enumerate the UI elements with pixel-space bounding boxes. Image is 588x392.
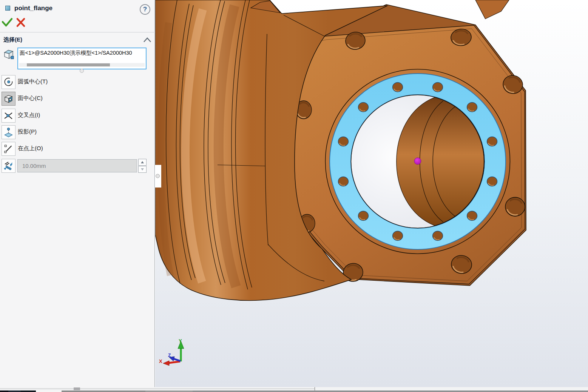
taskbar-segment (21, 390, 36, 392)
ok-checkmark-icon (3, 19, 12, 26)
option-intersection: 交叉点(I) (0, 109, 155, 124)
feature-icon (5, 6, 10, 11)
selection-group-header[interactable]: 选择(E) (0, 35, 155, 45)
option-label: 投影(P) (18, 128, 37, 135)
taskbar-segment (0, 390, 8, 392)
option-on-point: 在点上(O) (0, 142, 155, 157)
flange-plate[interactable] (289, 5, 526, 286)
projection-button[interactable] (2, 125, 15, 139)
pm-action-buttons (0, 16, 30, 29)
taskbar-segment (193, 390, 588, 392)
face-selection-cube-icon (3, 48, 15, 60)
panel-splitter-grip[interactable] (156, 174, 160, 178)
property-manager-header: point_flange ? (0, 2, 154, 14)
option-label: 面中心(C) (18, 95, 43, 102)
spinner-down-button[interactable] (138, 166, 147, 173)
distance-spinner (138, 159, 147, 173)
option-arc-center: 圆弧中心(T) (0, 75, 155, 90)
x-axis-label: X (159, 358, 162, 364)
intersection-icon (3, 111, 14, 121)
distance-row (0, 158, 155, 174)
cancel-x-icon (17, 19, 24, 26)
option-face-center: 面中心(C) (0, 92, 155, 107)
taskbar-segment (62, 390, 145, 392)
arrow-up-icon (141, 161, 144, 163)
scrollbar-thumb[interactable] (27, 63, 110, 66)
ok-button[interactable] (3, 19, 12, 26)
spinner-up-button[interactable] (138, 159, 147, 166)
help-button[interactable]: ? (140, 4, 150, 15)
on-point-button[interactable] (2, 142, 15, 156)
selection-listbox-hscrollbar[interactable] (19, 63, 145, 67)
cancel-button[interactable] (17, 19, 24, 26)
strip-divider (315, 387, 315, 390)
listbox-resize-handle[interactable] (80, 69, 84, 73)
face-center-icon (3, 94, 14, 104)
selected-entity-text: 面<1>@SA2000H30演示模型<1>/SA2000H30 (20, 49, 147, 57)
projection-icon (3, 127, 14, 137)
option-label: 交叉点(I) (18, 112, 40, 119)
solidworks-window: point_flange ? 选择(E) (0, 0, 588, 392)
page-title: point_flange (14, 5, 52, 12)
distance-icon (3, 161, 14, 171)
taskbar-segment (8, 390, 21, 392)
center-point[interactable] (414, 158, 421, 164)
section-label: 选择(E) (3, 36, 22, 43)
taskbar-segment (145, 390, 193, 392)
z-axis-label: Z (168, 353, 171, 358)
divider (0, 32, 155, 32)
scrollbar-track-line (0, 389, 315, 389)
help-icon: ? (143, 6, 147, 13)
property-manager-panel: point_flange ? 选择(E) (0, 0, 155, 387)
face-center-button[interactable] (2, 92, 15, 106)
model-viewport[interactable]: Y X Z (155, 0, 588, 387)
status-strip (0, 387, 588, 390)
distance-input[interactable] (17, 159, 137, 172)
option-projection: 投影(P) (0, 125, 155, 140)
selection-listbox[interactable]: 面<1>@SA2000H30演示模型<1>/SA2000H30 (17, 48, 147, 69)
taskbar-segment (36, 390, 62, 392)
arrow-down-icon (141, 168, 144, 171)
chevron-up-icon[interactable] (143, 37, 152, 43)
arc-center-button[interactable] (2, 75, 15, 89)
distance-icon-button (2, 159, 15, 173)
option-label: 在点上(O) (18, 145, 43, 152)
panel-hscrollbar-thumb[interactable] (74, 387, 80, 390)
arc-center-icon (3, 77, 14, 87)
option-label: 圆弧中心(T) (18, 78, 48, 85)
intersection-button[interactable] (2, 109, 15, 123)
y-axis-label: Y (179, 338, 182, 344)
on-point-icon (3, 144, 14, 154)
windows-taskbar-edge[interactable] (0, 390, 588, 392)
